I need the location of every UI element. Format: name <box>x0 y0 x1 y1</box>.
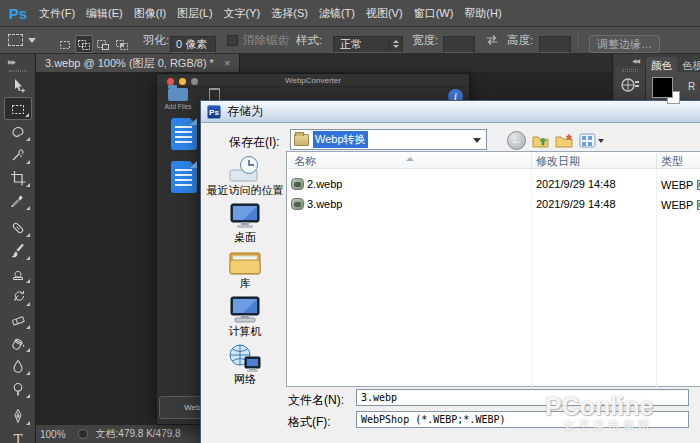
move-tool[interactable] <box>4 74 32 97</box>
add-selection-button[interactable] <box>75 35 93 53</box>
new-folder-button[interactable] <box>555 132 574 149</box>
document-tab[interactable]: 3.webp @ 100% (图层 0, RGB/8) * × <box>36 54 240 72</box>
status-bar: 100% 文档:479.8 K/479.8 <box>36 425 202 443</box>
new-selection-button[interactable] <box>56 35 74 53</box>
magic-wand-tool[interactable] <box>4 143 32 166</box>
menu-edit[interactable]: 编辑(E) <box>83 6 126 21</box>
options-bar: 羽化: 0 像素 消除锯齿 样式: 正常 宽度: 高度: 调整边缘… <box>0 27 700 54</box>
tab-swatches[interactable]: 色板 <box>677 57 700 72</box>
collapse-panels-icon[interactable]: ◀◀ <box>632 57 639 64</box>
libraries-icon <box>228 249 262 277</box>
views-menu-button[interactable] <box>579 132 605 149</box>
width-input[interactable] <box>443 36 475 53</box>
clone-stamp-tool[interactable] <box>4 262 32 285</box>
place-network[interactable]: 网络 <box>205 343 285 387</box>
list-header: 名称 修改日期 类型 <box>287 152 700 169</box>
menu-select[interactable]: 选择(S) <box>268 6 311 21</box>
zoom-window-icon[interactable] <box>191 78 198 85</box>
place-libraries[interactable]: 库 <box>205 249 285 291</box>
computer-icon <box>228 295 262 325</box>
lasso-tool[interactable] <box>4 120 32 143</box>
foreground-color-swatch[interactable] <box>652 77 673 98</box>
style-select[interactable]: 正常 <box>333 36 403 53</box>
back-button[interactable]: ← <box>507 131 526 150</box>
healing-brush-tool[interactable] <box>4 216 32 239</box>
divider <box>286 32 287 48</box>
height-input[interactable] <box>539 36 571 53</box>
eraser-tool[interactable] <box>4 308 32 331</box>
paint-bucket-tool[interactable] <box>4 331 32 354</box>
menu-window[interactable]: 窗口(W) <box>411 6 457 21</box>
format-label: 格式(F): <box>288 414 331 431</box>
rectangular-marquee-tool[interactable] <box>4 97 32 120</box>
column-name[interactable]: 名称 <box>294 154 316 169</box>
up-one-level-button[interactable] <box>531 132 550 149</box>
webpconverter-titlebar[interactable]: WebpConverter <box>157 74 469 87</box>
pen-tool[interactable] <box>4 404 32 427</box>
filename-label: 文件名(N): <box>288 392 344 409</box>
intersect-selection-button[interactable] <box>113 35 131 53</box>
swap-dimensions-icon[interactable] <box>484 27 500 53</box>
menu-file[interactable]: 文件(F) <box>36 6 78 21</box>
chevron-down-icon[interactable] <box>473 138 481 143</box>
crop-tool[interactable] <box>4 166 32 189</box>
save-in-label: 保存在(I): <box>229 134 280 151</box>
brush-tool[interactable] <box>4 239 32 262</box>
subtract-selection-button[interactable] <box>94 35 112 53</box>
svg-text:T: T <box>13 432 22 443</box>
eyedropper-tool[interactable] <box>4 189 32 212</box>
webp-file-icon <box>291 178 304 190</box>
menu-filter[interactable]: 滤镜(T) <box>316 6 358 21</box>
menu-layer[interactable]: 图层(L) <box>174 6 215 21</box>
document-size-info[interactable]: 文档:479.8 K/479.8 <box>96 427 181 441</box>
dialog-titlebar[interactable]: Ps 存储为 <box>201 101 700 123</box>
dodge-tool[interactable] <box>4 377 32 400</box>
photoshop-dialog-icon: Ps <box>207 105 221 119</box>
network-icon <box>228 343 262 373</box>
feather-input[interactable]: 0 像素 <box>170 36 216 53</box>
file-name: 3.webp <box>307 198 342 210</box>
blur-tool[interactable] <box>4 354 32 377</box>
webp-file-thumbnail[interactable] <box>171 161 197 193</box>
tool-preset-picker[interactable] <box>8 27 36 53</box>
webp-file-thumbnail[interactable] <box>171 118 197 150</box>
file-row[interactable]: 2.webp 2021/9/29 14:48 WEBP 图片文 <box>287 175 700 193</box>
webp-file-icon <box>291 198 304 210</box>
file-date: 2021/9/29 14:48 <box>536 198 616 210</box>
places-bar: 最近访问的位置 桌面 库 计算机 网络 <box>205 154 285 391</box>
minimize-window-icon[interactable] <box>179 78 186 85</box>
style-label: 样式: <box>296 27 322 53</box>
antialias-checkbox[interactable] <box>227 35 238 46</box>
file-row[interactable]: 3.webp 2021/9/29 14:48 WEBP 图片文 <box>287 195 700 213</box>
menu-help[interactable]: 帮助(H) <box>461 6 504 21</box>
place-computer[interactable]: 计算机 <box>205 295 285 339</box>
zoom-level[interactable]: 100% <box>40 429 66 440</box>
menu-type[interactable]: 文字(Y) <box>221 6 264 21</box>
menu-view[interactable]: 视图(V) <box>363 6 406 21</box>
history-brush-tool[interactable] <box>4 285 32 308</box>
menu-bar: Ps 文件(F) 编辑(E) 图像(I) 图层(L) 文字(Y) 选择(S) 滤… <box>0 0 700 27</box>
save-in-combobox[interactable]: Webp转换 <box>290 129 487 150</box>
file-name: 2.webp <box>307 178 342 190</box>
column-date[interactable]: 修改日期 <box>536 154 580 169</box>
refine-edge-button[interactable]: 调整边缘… <box>589 35 660 53</box>
type-tool[interactable]: T <box>4 427 32 443</box>
strip-grip[interactable] <box>622 69 638 72</box>
tools-grip[interactable] <box>9 70 27 72</box>
tab-close-icon[interactable]: × <box>224 57 230 69</box>
folder-icon <box>294 134 309 146</box>
collapse-tools-icon[interactable]: ▶▶ <box>0 54 35 67</box>
photoshop-logo[interactable]: Ps <box>0 5 36 22</box>
column-type[interactable]: 类型 <box>661 154 683 169</box>
place-desktop[interactable]: 桌面 <box>205 202 285 245</box>
color-panel-icon[interactable] <box>620 76 640 100</box>
tab-color[interactable]: 颜色 <box>646 57 677 72</box>
menu-image[interactable]: 图像(I) <box>131 6 169 21</box>
format-select[interactable]: WebPShop (*.WEBP;*.WEBP) <box>356 411 689 428</box>
document-tab-label: 3.webp @ 100% (图层 0, RGB/8) * <box>45 56 214 71</box>
place-recent[interactable]: 最近访问的位置 <box>205 154 285 198</box>
file-date: 2021/9/29 14:48 <box>536 178 616 190</box>
filename-input[interactable]: 3.webp <box>356 389 689 406</box>
add-files-button[interactable]: Add Files <box>161 88 195 110</box>
close-window-icon[interactable] <box>167 78 174 85</box>
